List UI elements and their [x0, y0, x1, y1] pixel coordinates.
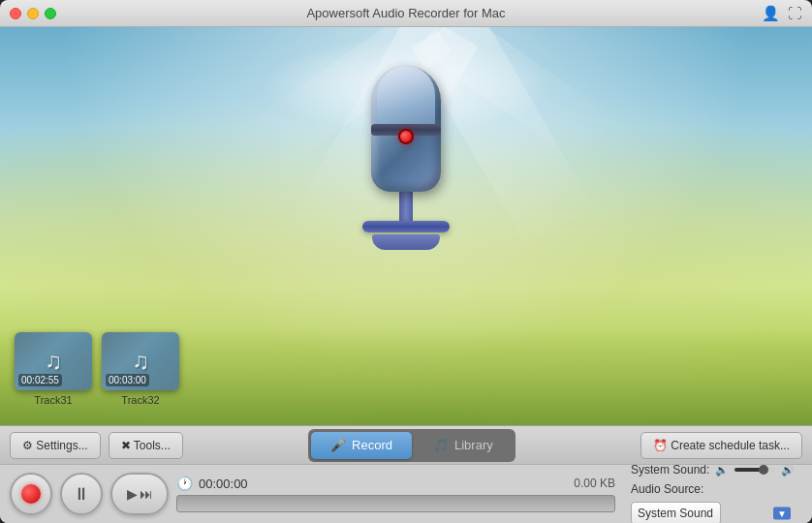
- audio-source-select[interactable]: System Sound Microphone Both: [631, 502, 721, 523]
- expand-icon[interactable]: ⛶: [788, 5, 802, 21]
- music-note-icon: ♫: [45, 348, 62, 375]
- track-thumbnail: ♫ 00:02:55: [15, 332, 92, 390]
- tab-library-label: Library: [454, 438, 493, 452]
- track-duration: 00:03:00: [106, 374, 149, 386]
- user-icon[interactable]: 👤: [762, 5, 780, 22]
- mic-foot: [372, 234, 440, 250]
- track-label: Track32: [121, 394, 159, 406]
- mic-red-dot: [398, 129, 414, 144]
- traffic-lights: [10, 8, 56, 19]
- select-arrow-icon: ▼: [773, 508, 791, 520]
- pause-icon: ⏸: [73, 484, 90, 505]
- schedule-button[interactable]: ⏰ Create schedule task...: [640, 432, 802, 459]
- track-duration: 00:02:55: [18, 374, 62, 386]
- audio-source-row: Audio Source:: [631, 482, 795, 496]
- play-skip-button[interactable]: ▶ ⏭: [110, 473, 169, 515]
- microphone-icon: [348, 66, 464, 279]
- mic-tab-icon: 🎤: [330, 438, 346, 452]
- audio-source-label: Audio Source:: [631, 482, 703, 496]
- progress-bar[interactable]: [176, 495, 615, 512]
- minimize-button[interactable]: [27, 8, 39, 19]
- titlebar: Apowersoft Audio Recorder for Mac 👤 ⛶: [0, 0, 812, 27]
- skip-icon: ⏭: [140, 486, 153, 502]
- play-icon: ▶: [127, 486, 138, 502]
- pause-button[interactable]: ⏸: [60, 473, 103, 515]
- close-button[interactable]: [10, 8, 21, 19]
- record-dot-icon: [21, 484, 41, 504]
- volume-knob: [759, 465, 768, 475]
- time-row: 🕐 00:00:00 0.00 KB: [176, 476, 615, 491]
- tab-record-label: Record: [352, 438, 392, 452]
- volume-down-icon: 🔈: [715, 464, 729, 477]
- clock-icon: 🕐: [176, 476, 193, 491]
- time-display: 00:00:00: [199, 477, 248, 491]
- progress-area: 🕐 00:00:00 0.00 KB: [176, 476, 615, 512]
- mic-neck: [399, 192, 413, 221]
- tab-record[interactable]: 🎤 Record: [311, 432, 412, 459]
- right-panel: System Sound: 🔈 🔊 Audio Source: System S…: [623, 463, 802, 523]
- toolbar-area: ⚙ Settings... ✖ Tools... 🎤 Record 🎵 Libr…: [0, 425, 812, 523]
- record-button[interactable]: [10, 473, 52, 515]
- volume-up-icon: 🔊: [781, 464, 795, 477]
- list-item[interactable]: ♫ 00:03:00 Track32: [102, 332, 179, 406]
- library-tab-icon: 🎵: [433, 438, 449, 452]
- source-select-wrapper: System Sound Microphone Both ▼: [631, 502, 795, 523]
- tab-library[interactable]: 🎵 Library: [414, 432, 513, 459]
- file-size-display: 0.00 KB: [574, 477, 615, 490]
- music-note-icon: ♫: [132, 348, 149, 375]
- tab-group: 🎤 Record 🎵 Library: [308, 429, 515, 462]
- controls-bottom: ⏸ ▶ ⏭ 🕐 00:00:00 0.00 KB System Sou: [0, 465, 812, 523]
- source-select-row: System Sound Microphone Both ▼: [631, 502, 795, 523]
- volume-slider[interactable]: [734, 468, 775, 472]
- maximize-button[interactable]: [45, 8, 56, 19]
- system-sound-row: System Sound: 🔈 🔊: [631, 463, 795, 477]
- tools-button[interactable]: ✖ Tools...: [109, 432, 183, 459]
- list-item[interactable]: ♫ 00:02:55 Track31: [15, 332, 92, 406]
- toolbar-top: ⚙ Settings... ✖ Tools... 🎤 Record 🎵 Libr…: [0, 426, 812, 465]
- main-window: Apowersoft Audio Recorder for Mac 👤 ⛶: [0, 0, 812, 523]
- hero-area: ♫ 00:02:55 Track31 ♫ 00:03:00 Track32: [0, 27, 812, 425]
- titlebar-icons: 👤 ⛶: [762, 5, 802, 22]
- mic-base-arm: [362, 221, 450, 232]
- track-label: Track31: [34, 394, 72, 406]
- window-title: Apowersoft Audio Recorder for Mac: [306, 6, 505, 20]
- settings-button[interactable]: ⚙ Settings...: [10, 432, 101, 459]
- tracks-area: ♫ 00:02:55 Track31 ♫ 00:03:00 Track32: [15, 332, 179, 406]
- system-sound-label: System Sound:: [631, 463, 709, 477]
- track-thumbnail: ♫ 00:03:00: [102, 332, 179, 390]
- mic-body: [371, 66, 441, 192]
